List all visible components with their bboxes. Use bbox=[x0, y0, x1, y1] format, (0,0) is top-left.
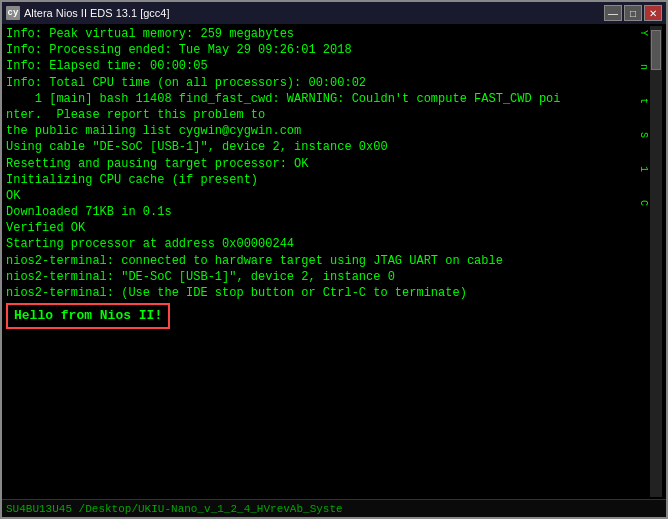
status-text: SU4BU13U45 /Desktop/UKIU-Nano_v_1_2_4_HV… bbox=[6, 503, 343, 515]
terminal-line: Starting processor at address 0x00000244 bbox=[6, 236, 636, 252]
right-label: t bbox=[638, 98, 649, 104]
terminal-line: Info: Total CPU time (on all processors)… bbox=[6, 75, 636, 91]
title-bar-left: cy Altera Nios II EDS 13.1 [gcc4] bbox=[6, 6, 170, 20]
window-title: Altera Nios II EDS 13.1 [gcc4] bbox=[24, 7, 170, 19]
terminal-line: Resetting and pausing target processor: … bbox=[6, 156, 636, 172]
scrollbar[interactable] bbox=[650, 26, 662, 497]
right-label: S bbox=[638, 132, 649, 138]
terminal-line: Downloaded 71KB in 0.1s bbox=[6, 204, 636, 220]
scrollbar-thumb[interactable] bbox=[651, 30, 661, 70]
terminal-line: Using cable "DE-SoC [USB-1]", device 2, … bbox=[6, 139, 636, 155]
terminal-body: Info: Peak virtual memory: 259 megabytes… bbox=[2, 24, 666, 499]
title-bar-controls: — □ ✕ bbox=[604, 5, 662, 21]
terminal-content[interactable]: Info: Peak virtual memory: 259 megabytes… bbox=[6, 26, 636, 497]
terminal-line: Info: Processing ended: Tue May 29 09:26… bbox=[6, 42, 636, 58]
terminal-window: cy Altera Nios II EDS 13.1 [gcc4] — □ ✕ … bbox=[0, 0, 668, 519]
status-bar: SU4BU13U45 /Desktop/UKIU-Nano_v_1_2_4_HV… bbox=[2, 499, 666, 517]
title-bar: cy Altera Nios II EDS 13.1 [gcc4] — □ ✕ bbox=[2, 2, 666, 24]
right-label: 1 bbox=[638, 166, 649, 172]
right-label: n bbox=[638, 64, 649, 70]
terminal-icon: cy bbox=[6, 6, 20, 20]
terminal-line: nios2-terminal: "DE-SoC [USB-1]", device… bbox=[6, 269, 636, 285]
hello-message: Hello from Nios II! bbox=[6, 303, 170, 329]
terminal-line: nios2-terminal: connected to hardware ta… bbox=[6, 253, 636, 269]
terminal-line: 1 [main] bash 11408 find_fast_cwd: WARNI… bbox=[6, 91, 636, 107]
terminal-line: Initializing CPU cache (if present) bbox=[6, 172, 636, 188]
maximize-button[interactable]: □ bbox=[624, 5, 642, 21]
terminal-line: OK bbox=[6, 188, 636, 204]
minimize-button[interactable]: — bbox=[604, 5, 622, 21]
terminal-line: the public mailing list cygwin@cygwin.co… bbox=[6, 123, 636, 139]
terminal-line: Info: Elapsed time: 00:00:05 bbox=[6, 58, 636, 74]
terminal-line: Info: Peak virtual memory: 259 megabytes bbox=[6, 26, 636, 42]
right-labels: YntS1C bbox=[636, 26, 650, 497]
right-label: Y bbox=[638, 30, 649, 36]
terminal-line: Verified OK bbox=[6, 220, 636, 236]
right-label: C bbox=[638, 200, 649, 206]
close-button[interactable]: ✕ bbox=[644, 5, 662, 21]
terminal-line: nios2-terminal: (Use the IDE stop button… bbox=[6, 285, 636, 301]
terminal-line: nter. Please report this problem to bbox=[6, 107, 636, 123]
